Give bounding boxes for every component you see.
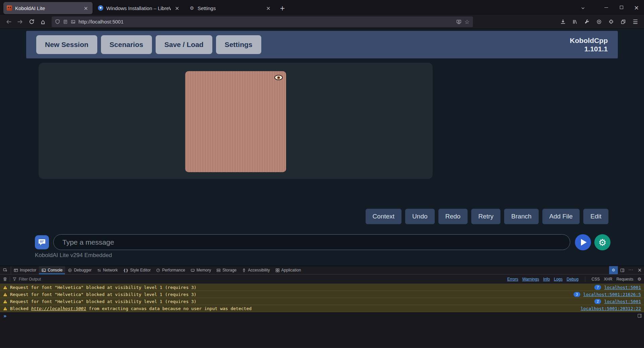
devtools-tab-inspector[interactable]: Inspector [11, 266, 39, 274]
message-count-badge: 2 [594, 299, 601, 304]
filter-debug[interactable]: Debug [567, 277, 578, 282]
extension-badge-icon[interactable] [594, 17, 604, 27]
dock-side-icon[interactable] [618, 266, 627, 274]
source-link[interactable]: localhost:5001:20312:22 [581, 306, 641, 311]
message-count-badge: 3 [574, 292, 580, 297]
console-warning-row: Request for font "Helvetica" blocked at … [0, 284, 644, 291]
filter-errors[interactable]: Errors [507, 277, 518, 282]
eye-toggle-icon[interactable] [274, 75, 283, 80]
message-input[interactable] [53, 234, 570, 250]
branch-button[interactable]: Branch [504, 209, 538, 224]
redo-button[interactable]: Redo [438, 209, 468, 224]
page-info-icon[interactable] [63, 19, 68, 24]
devtools-tab-accessibility[interactable]: Accessibility [239, 266, 272, 274]
globe-favicon-icon [98, 5, 103, 11]
settings-button[interactable]: Settings [216, 35, 261, 54]
console-input-row[interactable]: » [0, 312, 644, 320]
tab-close-icon[interactable]: × [265, 5, 272, 11]
new-tab-button[interactable]: + [277, 3, 288, 13]
devtools-tab-console[interactable]: Console [39, 266, 65, 274]
save-load-button[interactable]: Save / Load [156, 35, 212, 54]
console-toolbar: Errors Warnings Info Logs Debug CSS XHR … [0, 275, 644, 284]
home-button[interactable]: ⌂ [38, 17, 48, 27]
devtools-close-icon[interactable]: × [635, 266, 644, 274]
filter-output-input[interactable] [19, 277, 93, 282]
blocked-url-link[interactable]: http://localhost:5001 [31, 306, 86, 311]
submit-button[interactable] [575, 234, 591, 250]
reload-button[interactable] [26, 17, 37, 27]
filter-css[interactable]: CSS [592, 277, 600, 282]
game-text-panel [39, 63, 433, 179]
console-warning-row: Blocked http://localhost:5001 from extra… [0, 305, 644, 312]
devtools-tab-performance[interactable]: Performance [153, 266, 188, 274]
url-text[interactable]: http://localhost:5001 [78, 19, 453, 24]
filter-info[interactable]: Info [543, 277, 550, 282]
source-link[interactable]: localhost:5001:21626:5 [583, 292, 641, 297]
toolbar-icons: ☰ [557, 17, 641, 27]
quick-settings-button[interactable]: ⚙ [594, 234, 610, 250]
back-button[interactable] [3, 17, 14, 27]
retry-button[interactable]: Retry [471, 209, 500, 224]
tab-close-icon[interactable]: × [174, 5, 180, 11]
window-close-button[interactable]: × [629, 0, 644, 15]
source-link[interactable]: localhost:5001 [604, 285, 641, 290]
devtools-settings-icon[interactable]: ⚙ [609, 266, 618, 274]
tracking-shield-icon[interactable] [55, 19, 60, 24]
page-content: New Session Scenarios Save / Load Settin… [0, 29, 644, 266]
tab-close-icon[interactable]: × [83, 5, 89, 11]
devtools-tab-memory[interactable]: Memory [188, 266, 214, 274]
extensions-puzzle-icon[interactable] [606, 17, 616, 27]
message-suffix: from extracting canvas data because no u… [86, 306, 252, 311]
edit-button[interactable]: Edit [583, 209, 608, 224]
clear-console-icon[interactable] [3, 277, 7, 282]
new-session-button[interactable]: New Session [36, 35, 97, 54]
tab-title: Settings [198, 5, 262, 11]
save-page-icon[interactable] [456, 19, 462, 24]
pick-element-button[interactable] [0, 266, 11, 274]
image-permission-icon[interactable] [71, 19, 75, 24]
source-link[interactable]: localhost:5001 [604, 299, 641, 304]
devtools-tab-debugger[interactable]: Debugger [65, 266, 94, 274]
filter-logs[interactable]: Logs [554, 277, 562, 282]
generated-image[interactable] [185, 71, 286, 172]
devtools-menu-icon[interactable]: ··· [627, 266, 635, 274]
tab-koboldai-lite[interactable]: KoboldAI Lite × [3, 2, 93, 14]
scenarios-button[interactable]: Scenarios [101, 35, 152, 54]
devtools-tab-application[interactable]: Application [273, 266, 304, 274]
filter-xhr[interactable]: XHR [604, 277, 612, 282]
url-bar[interactable]: http://localhost:5001 ☆ [52, 16, 473, 27]
wrench-icon[interactable] [582, 17, 592, 27]
filter-requests[interactable]: Requests [616, 277, 634, 282]
performance-icon [156, 268, 160, 272]
filter-warnings[interactable]: Warnings [522, 277, 539, 282]
containers-icon[interactable] [618, 17, 629, 27]
library-icon[interactable] [570, 17, 580, 27]
devtools-tab-storage[interactable]: Storage [214, 266, 239, 274]
hamburger-menu-icon[interactable]: ☰ [630, 17, 641, 27]
bookmark-star-icon[interactable]: ☆ [465, 18, 470, 25]
maximize-button[interactable] [614, 0, 629, 15]
minimize-button[interactable] [599, 0, 614, 15]
memory-icon [191, 268, 195, 272]
console-empty-area [0, 320, 644, 347]
devtools-tab-network[interactable]: Network [94, 266, 120, 274]
console-message-text: Request for font "Helvetica" blocked at … [10, 292, 197, 297]
warning-icon [3, 285, 7, 290]
console-warning-row: Request for font "Helvetica" blocked at … [0, 291, 644, 298]
add-file-button[interactable]: Add File [542, 209, 580, 224]
console-icon [42, 268, 46, 272]
forward-button[interactable] [15, 17, 25, 27]
devtools-tab-style-editor[interactable]: {} Style Editor [120, 266, 153, 274]
warning-icon [3, 292, 7, 297]
console-settings-icon[interactable]: ⚙ [637, 277, 641, 282]
undo-button[interactable]: Undo [405, 209, 434, 224]
downloads-icon[interactable] [557, 17, 568, 27]
list-all-tabs-icon[interactable] [577, 3, 589, 13]
chat-mode-button[interactable] [35, 235, 49, 249]
brand-version: KoboldCpp 1.101.1 [570, 36, 608, 53]
context-button[interactable]: Context [366, 209, 401, 224]
tab-settings[interactable]: ⚙ Settings × [186, 2, 275, 14]
tab-windows-installation[interactable]: Windows Installation – LibreWo × [95, 2, 184, 14]
sidebar-toggle-icon[interactable] [637, 313, 642, 319]
devtools-toolbar-buttons: ⚙ ··· × [609, 266, 644, 274]
